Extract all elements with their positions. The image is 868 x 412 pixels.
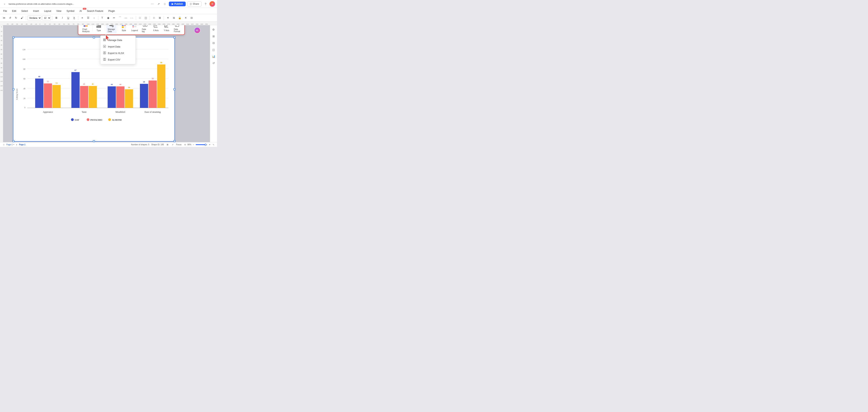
zoom-controls-icon[interactable]: ⊙ bbox=[183, 143, 187, 146]
rp-grid-button[interactable]: ⊟ bbox=[211, 40, 216, 46]
page-dropdown-icon[interactable]: ▾ bbox=[13, 144, 14, 145]
rp-shapes-button[interactable]: ⊞ bbox=[211, 34, 216, 39]
menu-select[interactable]: Select bbox=[21, 9, 29, 13]
border-button[interactable]: □ bbox=[137, 15, 143, 21]
bar-apperance-pistachio[interactable] bbox=[44, 83, 52, 108]
ft-chart-analysis[interactable]: Chart Analysis bbox=[81, 25, 91, 33]
ft-x-axis[interactable]: X Axis bbox=[151, 25, 161, 32]
page-label[interactable]: Page-1 bbox=[6, 143, 12, 146]
handle-bottom-right[interactable] bbox=[174, 140, 175, 142]
window-menu-icon[interactable]: ⋯ bbox=[150, 2, 155, 6]
font-color-button[interactable]: A̲ bbox=[72, 15, 77, 21]
menu-file[interactable]: File bbox=[2, 9, 8, 13]
canvas[interactable]: ML bbox=[3, 25, 210, 142]
handle-bottom-left[interactable] bbox=[12, 140, 14, 142]
avatar[interactable]: U bbox=[210, 1, 215, 7]
align-left-button[interactable]: ≡ bbox=[80, 15, 85, 21]
more1-button[interactable]: ⊹ bbox=[151, 15, 156, 21]
bar-taste-pistachio[interactable] bbox=[80, 86, 88, 108]
fullscreen-icon[interactable]: ⤢ bbox=[171, 143, 174, 146]
menu-view[interactable]: View bbox=[56, 9, 62, 13]
crop-button[interactable]: ⧉ bbox=[171, 15, 176, 21]
handle-middle-left[interactable] bbox=[12, 88, 14, 90]
rp-settings-button[interactable]: ⚙ bbox=[211, 27, 216, 32]
bar-ease-pistachio[interactable] bbox=[149, 80, 157, 108]
external-link-icon[interactable]: ↗ bbox=[156, 2, 161, 6]
shadow-button[interactable]: ◫ bbox=[143, 15, 148, 21]
bar-mouthfeel-pistachio[interactable] bbox=[116, 87, 124, 108]
rp-layers-button[interactable]: ◫ bbox=[211, 47, 216, 53]
fill-button[interactable]: ◉ bbox=[105, 15, 111, 21]
line-button[interactable]: — bbox=[123, 15, 128, 21]
rp-data-button[interactable]: 📊 bbox=[211, 54, 216, 59]
zoom-value[interactable]: 90% bbox=[187, 143, 191, 146]
expand-panel-button[interactable]: ≫ bbox=[2, 15, 7, 21]
handle-top-middle[interactable] bbox=[93, 36, 95, 38]
ft-data-format[interactable]: Data Format bbox=[172, 25, 182, 33]
ft-type[interactable]: Type bbox=[94, 25, 104, 32]
handle-bottom-middle[interactable] bbox=[93, 140, 95, 142]
dd-import-data[interactable]: Import Data bbox=[100, 43, 135, 50]
cursor-button[interactable]: ✦ bbox=[165, 15, 170, 21]
bar-apperance-oat[interactable] bbox=[35, 78, 43, 108]
add-page-button[interactable]: + bbox=[15, 143, 18, 146]
redo-button[interactable]: ↻ bbox=[13, 15, 19, 21]
back-button[interactable]: ‹ bbox=[2, 1, 7, 6]
share-button[interactable]: ⟨⟩ Share bbox=[187, 1, 202, 6]
menu-layout[interactable]: Layout bbox=[43, 9, 52, 13]
menu-plugin[interactable]: Plugin bbox=[107, 9, 116, 13]
ft-style[interactable]: Style bbox=[119, 25, 129, 32]
focus-label[interactable]: Focus bbox=[176, 143, 182, 146]
ft-data-tag[interactable]: Data tag bbox=[140, 25, 150, 33]
dash-button[interactable]: - - bbox=[129, 15, 134, 21]
ft-y-axis[interactable]: Y Axis bbox=[161, 25, 172, 32]
zoom-slider-thumb[interactable] bbox=[205, 144, 207, 146]
line-spacing-button[interactable]: ↕ bbox=[92, 15, 97, 21]
underline-button[interactable]: U bbox=[66, 15, 71, 21]
help-button[interactable]: ? bbox=[203, 2, 208, 6]
current-page-name[interactable]: Page-1 bbox=[19, 143, 26, 146]
text-button[interactable]: T bbox=[100, 15, 105, 21]
stroke-button[interactable]: ✏ bbox=[112, 15, 117, 21]
menu-ai[interactable]: AI hot bbox=[79, 9, 83, 13]
handle-top-left[interactable] bbox=[12, 36, 14, 38]
menu-insert[interactable]: Insert bbox=[32, 9, 40, 13]
align-center-button[interactable]: ☰ bbox=[86, 15, 91, 21]
bar-mouthfeel-almond[interactable] bbox=[125, 89, 133, 108]
dd-export-csv[interactable]: Export CSV bbox=[100, 56, 135, 63]
handle-top-right[interactable] bbox=[174, 36, 175, 38]
delete-button[interactable]: ✕ bbox=[183, 15, 188, 21]
rp-history-button[interactable]: ↺ bbox=[211, 60, 216, 66]
bold-button[interactable]: B bbox=[54, 15, 59, 21]
menu-edit[interactable]: Edit bbox=[11, 9, 17, 13]
chart-container[interactable]: Chart Analysis Type bbox=[13, 37, 175, 141]
table-button[interactable]: ⊟ bbox=[189, 15, 194, 21]
handle-middle-right[interactable] bbox=[174, 88, 175, 90]
star-icon[interactable]: ☆ bbox=[162, 2, 167, 6]
connector-button[interactable]: ⌒ bbox=[117, 15, 123, 21]
italic-button[interactable]: I bbox=[60, 15, 65, 21]
stack-icon[interactable]: ⊞ bbox=[166, 143, 169, 146]
bar-taste-almond[interactable] bbox=[89, 86, 97, 108]
zoom-slider[interactable] bbox=[196, 144, 208, 145]
bar-ease-oat[interactable] bbox=[140, 84, 148, 108]
bar-ease-almond[interactable] bbox=[157, 65, 165, 108]
lock-button[interactable]: 🔒 bbox=[177, 15, 182, 21]
bar-apperance-almond[interactable] bbox=[53, 85, 61, 108]
ft-legend[interactable]: Legend bbox=[130, 25, 140, 32]
more2-button[interactable]: ⊞ bbox=[157, 15, 162, 21]
page-icon[interactable]: □ bbox=[2, 143, 5, 146]
zoom-in-button[interactable]: + bbox=[208, 143, 211, 146]
zoom-out-button[interactable]: − bbox=[192, 143, 195, 146]
format-painter-button[interactable]: 🖌 bbox=[19, 15, 25, 21]
bar-mouthfeel-oat[interactable] bbox=[107, 87, 116, 108]
ml-avatar[interactable]: ML bbox=[194, 27, 200, 34]
fit-screen-button[interactable]: ⤡ bbox=[212, 143, 215, 146]
publish-button[interactable]: ▶ Publish bbox=[169, 2, 186, 6]
font-size-select[interactable]: 12 bbox=[42, 15, 51, 20]
font-family-select[interactable]: Verdana bbox=[27, 15, 41, 20]
dd-export-xlsx[interactable]: Export to XLSX bbox=[100, 50, 135, 56]
menu-search[interactable]: Search Feature bbox=[86, 9, 104, 13]
menu-symbol[interactable]: Symbol bbox=[66, 9, 75, 13]
ft-manage-data[interactable]: Manage Data Manage Data bbox=[106, 25, 116, 33]
